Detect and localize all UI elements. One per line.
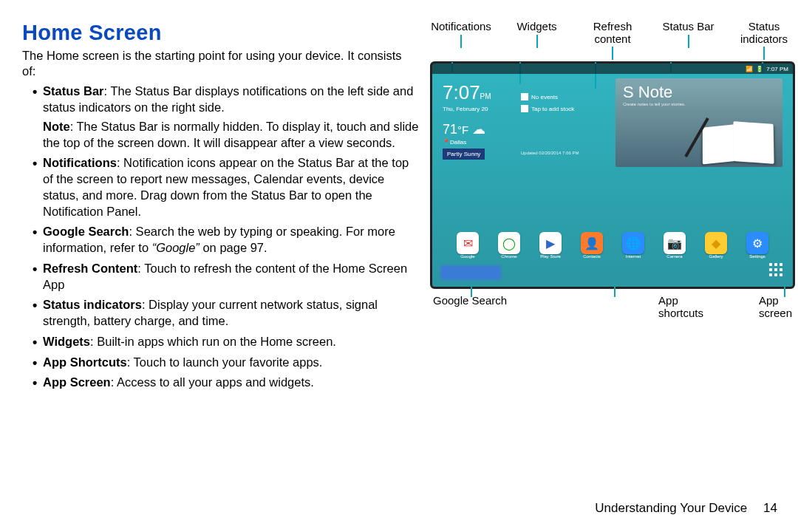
apps-grid-button[interactable] bbox=[769, 263, 785, 279]
callouts-bottom: Google Search App shortcuts App screen bbox=[430, 295, 795, 319]
app-shortcut[interactable]: ◆Gallery bbox=[703, 232, 729, 259]
snote-subtitle: Create notes to tell your stories. bbox=[623, 102, 775, 106]
callout-app-shortcuts: App shortcuts bbox=[658, 295, 703, 319]
snote-widget[interactable]: S Note Create notes to tell your stories… bbox=[615, 78, 782, 167]
google-icon: ✉ bbox=[457, 232, 479, 254]
figure-column: NotificationsWidgetsRefresh contentStatu… bbox=[421, 21, 795, 395]
status-bar[interactable]: 📶 🔋 7:07 PM bbox=[432, 64, 793, 74]
app-label: Internet bbox=[626, 254, 641, 259]
section-name: Understanding Your Device bbox=[595, 501, 747, 515]
battery-icon: 🔋 bbox=[756, 66, 763, 72]
app-label: Chrome bbox=[501, 254, 516, 259]
callout-label: Notifications bbox=[430, 21, 492, 60]
list-item: Status indicators: Display your current … bbox=[43, 297, 421, 330]
clock-time: 7:07PM bbox=[443, 81, 515, 104]
app-shortcut[interactable]: ✉Google bbox=[454, 232, 481, 259]
callout-google-search: Google Search bbox=[433, 295, 507, 319]
callout-label: Status indicators bbox=[733, 21, 795, 60]
list-item: App Screen: Access to all your apps and … bbox=[43, 375, 421, 391]
list-item: Google Search: Search the web by typing … bbox=[43, 224, 421, 256]
app-dock: ✉Google◯Chrome▶Play Store👤Contacts🌐Inter… bbox=[432, 232, 793, 259]
calendar-icon bbox=[521, 93, 528, 100]
google-search-bar[interactable] bbox=[441, 266, 500, 279]
callout-label: Status Bar bbox=[658, 21, 720, 60]
camera-icon: 📷 bbox=[664, 232, 686, 254]
app-shortcut[interactable]: ⚙Settings bbox=[744, 232, 771, 259]
columns: Home Screen The Home screen is the start… bbox=[22, 21, 780, 395]
list-item: Status Bar: The Status Bar displays noti… bbox=[43, 83, 421, 151]
stock-label: Tap to add stock bbox=[531, 106, 574, 112]
page-number: 14 bbox=[751, 501, 777, 516]
app-shortcut[interactable]: ▶Play Store bbox=[537, 232, 564, 259]
callouts-top: NotificationsWidgetsRefresh contentStatu… bbox=[430, 21, 795, 60]
callout-label: Refresh content bbox=[582, 21, 644, 60]
list-item: Notifications: Notification icons appear… bbox=[43, 155, 421, 219]
app-label: Play Store bbox=[540, 254, 561, 259]
app-shortcut[interactable]: 👤Contacts bbox=[579, 232, 605, 259]
play-store-icon: ▶ bbox=[539, 232, 562, 254]
weather-city: 📍Dallas bbox=[443, 139, 515, 146]
intro-paragraph: The Home screen is the starting point fo… bbox=[22, 48, 414, 79]
list-item: App Shortcuts: Touch to launch your favo… bbox=[43, 355, 421, 371]
app-label: Contacts bbox=[583, 254, 601, 259]
app-label: Settings bbox=[749, 254, 765, 259]
clock-date: Thu, February 20 bbox=[443, 106, 515, 112]
callout-app-screen: App screen bbox=[759, 295, 792, 319]
snote-title: S Note bbox=[623, 83, 775, 102]
settings-icon: ⚙ bbox=[746, 232, 768, 254]
app-label: Gallery bbox=[709, 254, 723, 259]
list-item: Widgets: Built-in apps which run on the … bbox=[43, 334, 421, 350]
callout-label: Widgets bbox=[506, 21, 568, 60]
app-shortcut[interactable]: 📷Camera bbox=[661, 232, 688, 259]
app-label: Camera bbox=[666, 254, 682, 259]
page-title: Home Screen bbox=[22, 21, 421, 45]
weather-condition: Partly Sunny bbox=[443, 149, 485, 160]
status-time: 7:07 PM bbox=[766, 66, 788, 72]
page-footer: Understanding Your Device 14 bbox=[595, 501, 777, 516]
device-screenshot: 📶 🔋 7:07 PM 7:07PM Thu, February 20 71°F… bbox=[430, 61, 795, 289]
app-shortcut[interactable]: ◯Chrome bbox=[496, 232, 522, 259]
clock-weather-widget[interactable]: 7:07PM Thu, February 20 71°F ☁ 📍Dallas P… bbox=[443, 81, 515, 160]
app-shortcut[interactable]: 🌐Internet bbox=[620, 232, 647, 259]
page: Home Screen The Home screen is the start… bbox=[0, 0, 798, 532]
list-item: Refresh Content: Touch to refresh the co… bbox=[43, 261, 421, 293]
app-label: Google bbox=[460, 254, 474, 259]
gallery-icon: ◆ bbox=[705, 232, 727, 254]
info-widget[interactable]: No events Tap to add stock bbox=[521, 93, 593, 117]
notebook-illustration bbox=[688, 112, 777, 164]
internet-icon: 🌐 bbox=[622, 232, 644, 254]
wifi-icon: 📶 bbox=[746, 66, 753, 72]
feature-list: Status Bar: The Status Bar displays noti… bbox=[22, 83, 421, 391]
text-column: Home Screen The Home screen is the start… bbox=[22, 21, 421, 395]
chrome-icon: ◯ bbox=[498, 232, 520, 254]
events-label: No events bbox=[531, 94, 558, 100]
last-updated: Updated 02/20/2014 7:06 PM bbox=[521, 151, 579, 155]
weather-temp: 71°F ☁ bbox=[443, 121, 515, 137]
stock-icon bbox=[521, 105, 528, 112]
contacts-icon: 👤 bbox=[581, 232, 603, 254]
